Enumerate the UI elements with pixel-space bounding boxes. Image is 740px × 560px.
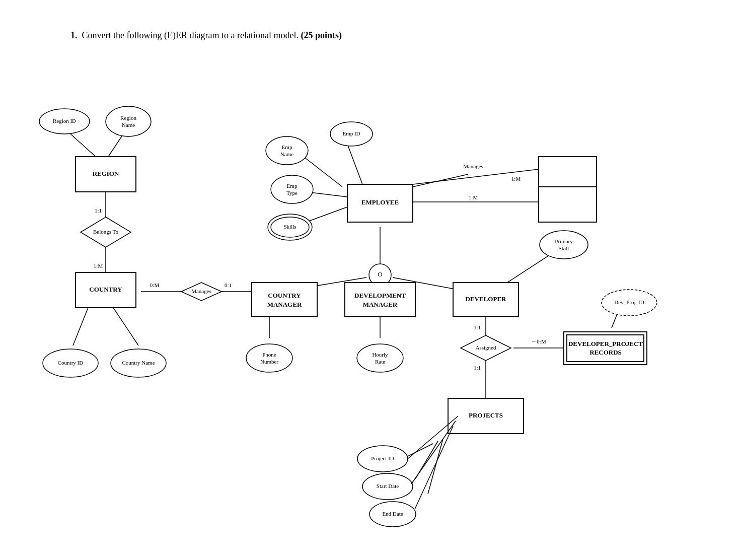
end-date-attr: End Date — [382, 511, 403, 517]
emp-type-attr-2: Type — [286, 190, 298, 196]
country-id-attr: Country ID — [58, 360, 83, 366]
emp-type-attr: Emp — [287, 183, 298, 189]
svg-line-12 — [413, 174, 468, 187]
svg-line-62 — [415, 426, 453, 509]
country-manages-card1: 0:M — [150, 282, 160, 288]
emp-name-attr: Emp — [282, 144, 292, 150]
belongs-to-country-cardinality: 1:M — [94, 263, 103, 269]
diagram-container: REGION Region ID Region Name 1:1 Belongs… — [30, 56, 710, 549]
dev-manager-label-2: MANAGER — [363, 301, 398, 308]
question-title: 1. Convert the following (E)ER diagram t… — [70, 30, 710, 41]
svg-line-26 — [428, 439, 443, 494]
specialization-circle: O — [378, 270, 382, 278]
emp-name-attr-2: Name — [280, 151, 293, 157]
primary-skill-attr-2: Skill — [559, 245, 569, 251]
dev-proj-records-label-2: RECORDS — [589, 348, 622, 356]
svg-rect-46 — [252, 283, 317, 317]
dev-assigned-card: 1:1 — [474, 324, 481, 330]
manages-1m: 1:M — [511, 176, 521, 182]
er-diagram-svg: REGION Region ID Region Name 1:1 Belongs… — [30, 56, 710, 549]
region-name-attr-2: Name — [122, 122, 135, 128]
dev-proj-records-label: DEVELOPER_PROJECT — [568, 340, 643, 347]
country-manager-label: COUNTRY — [268, 292, 301, 299]
dev-projects-card: 1:1 — [474, 365, 481, 371]
emp-1m-right: 1:M — [469, 194, 478, 200]
assigned-label: Assigned — [476, 344, 496, 351]
svg-line-5 — [113, 308, 138, 345]
projects-label: PROJECTS — [469, 411, 503, 419]
region-name-attr: Region — [120, 115, 136, 121]
svg-line-19 — [503, 252, 554, 285]
manages-country-label: Manages — [191, 288, 211, 294]
primary-skill-attr: Primary — [555, 238, 573, 244]
country-name-attr: Country Name — [122, 360, 155, 366]
hourly-rate-attr-2: Rate — [375, 359, 385, 365]
country-manager-label-2: MANAGER — [267, 301, 302, 308]
region-belongs-to-cardinality: 1:1 — [95, 207, 102, 214]
hourly-rate-attr: Hourly — [372, 352, 388, 358]
region-id-attr: Region ID — [53, 118, 76, 124]
dev-manager-label: DEVELOPMENT — [354, 292, 406, 299]
developer-label: DEVELOPER — [466, 295, 507, 303]
phone-number-attr-2: Number — [260, 359, 278, 365]
svg-line-4 — [73, 308, 88, 345]
employee-entity-label: EMPLOYEE — [361, 198, 399, 206]
svg-rect-48 — [345, 283, 415, 317]
start-date-attr: Start Date — [377, 483, 399, 489]
svg-line-9 — [347, 144, 362, 184]
project-id-attr: Project ID — [371, 455, 394, 461]
dev-proj-id-attr: Dev_Proj_ID — [614, 299, 644, 305]
country-entity-label: COUNTRY — [89, 286, 122, 293]
phone-number-attr: Phone — [262, 352, 276, 358]
svg-rect-44 — [539, 187, 597, 222]
svg-line-11 — [306, 207, 347, 222]
country-manages-card2: 0:1 — [225, 282, 232, 288]
svg-line-1 — [108, 134, 123, 157]
page: 1. Convert the following (E)ER diagram t… — [0, 0, 740, 560]
belongs-to-label: Belongs To — [93, 229, 119, 235]
svg-line-60 — [408, 416, 458, 459]
emp-id-attr: Emp ID — [342, 130, 360, 136]
skills-attr: Skills — [283, 224, 296, 230]
manages-label: Manages — [463, 163, 483, 169]
region-entity-label: REGION — [93, 170, 119, 177]
assigned-0m-card: ←0:M — [531, 338, 546, 344]
svg-line-0 — [70, 134, 96, 157]
